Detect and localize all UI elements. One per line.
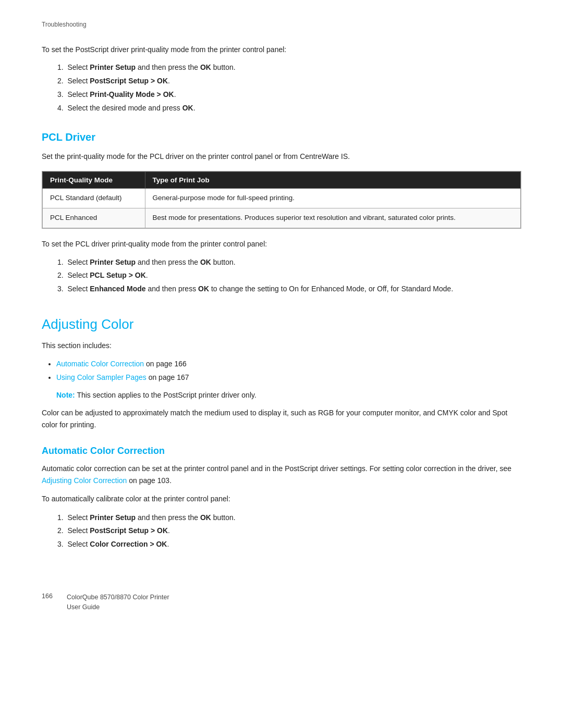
footer-product-line1: ColorQube 8570/8870 Color Printer: [67, 593, 169, 602]
footer-page-number: 166: [42, 593, 63, 600]
postscript-intro-steps: 1. Select Printer Setup and then press t…: [57, 61, 521, 114]
adjusting-color-correction-link[interactable]: Adjusting Color Correction: [42, 476, 127, 485]
intro-step-1: 1. Select Printer Setup and then press t…: [57, 61, 521, 74]
note-text: This section applies to the PostScript p…: [75, 391, 256, 399]
auto-color-step-3: 3. Select Color Correction > OK.: [57, 538, 521, 551]
auto-color-panel-intro: To automatically calibrate color at the …: [42, 493, 521, 505]
adjusting-color-heading: Adjusting Color: [42, 316, 521, 332]
breadcrumb: Troubleshooting: [42, 21, 521, 28]
bullet-color-sampler-text: on page 167: [146, 373, 189, 381]
intro-step-4: 4. Select the desired mode and press OK.: [57, 102, 521, 115]
footer-product-info: ColorQube 8570/8870 Color Printer User G…: [67, 593, 169, 612]
pcl-panel-intro: To set the PCL driver print-quality mode…: [42, 238, 521, 250]
adjusting-color-bullets: Automatic Color Correction on page 166 U…: [56, 358, 521, 384]
color-sampler-link[interactable]: Using Color Sampler Pages: [56, 373, 146, 381]
auto-color-body1-end: on page 103.: [127, 476, 172, 485]
postscript-intro-text: To set the PostScript driver print-quali…: [42, 44, 521, 55]
table-cell-pcl-enhanced: PCL Enhanced: [43, 208, 145, 228]
table-header-type-print-job: Type of Print Job: [145, 171, 520, 188]
table-row: PCL Standard (default) General-purpose m…: [43, 188, 521, 208]
auto-color-link[interactable]: Automatic Color Correction: [56, 360, 144, 368]
auto-color-steps: 1. Select Printer Setup and then press t…: [57, 512, 521, 551]
footer: 166 ColorQube 8570/8870 Color Printer Us…: [42, 582, 521, 612]
auto-color-body1: Automatic color correction can be set at…: [42, 463, 521, 487]
footer-product-line2: User Guide: [67, 602, 169, 612]
pcl-steps: 1. Select Printer Setup and then press t…: [57, 256, 521, 295]
pcl-driver-heading: PCL Driver: [42, 131, 521, 143]
intro-step-2: 2. Select PostScript Setup > OK.: [57, 75, 521, 88]
auto-color-body1-text: Automatic color correction can be set at…: [42, 464, 511, 473]
table-cell-pcl-standard-desc: General-purpose mode for full-speed prin…: [145, 188, 520, 208]
bullet-auto-color-text: on page 166: [144, 360, 187, 368]
auto-color-correction-heading: Automatic Color Correction: [42, 446, 521, 456]
pcl-step-1: 1. Select Printer Setup and then press t…: [57, 256, 521, 269]
bullet-auto-color: Automatic Color Correction on page 166: [56, 358, 521, 371]
auto-color-step-1: 1. Select Printer Setup and then press t…: [57, 512, 521, 524]
pcl-step-3: 3. Select Enhanced Mode and then press O…: [57, 283, 521, 295]
pcl-intro-text: Set the print-quality mode for the PCL d…: [42, 151, 521, 163]
bullet-color-sampler: Using Color Sampler Pages on page 167: [56, 372, 521, 384]
pcl-step-2: 2. Select PCL Setup > OK.: [57, 269, 521, 282]
adjusting-color-body: Color can be adjusted to approximately m…: [42, 407, 521, 431]
note-line: Note: This section applies to the PostSc…: [56, 389, 521, 401]
adjusting-color-intro: This section includes:: [42, 340, 521, 352]
table-cell-pcl-enhanced-desc: Best mode for presentations. Produces su…: [145, 208, 520, 228]
table-row: PCL Enhanced Best mode for presentations…: [43, 208, 521, 228]
note-label: Note:: [56, 391, 75, 399]
intro-step-3: 3. Select Print-Quality Mode > OK.: [57, 89, 521, 101]
pcl-table: Print-Quality Mode Type of Print Job PCL…: [42, 171, 521, 229]
table-cell-pcl-standard: PCL Standard (default): [43, 188, 145, 208]
table-header-print-quality: Print-Quality Mode: [43, 171, 145, 188]
auto-color-step-2: 2. Select PostScript Setup > OK.: [57, 525, 521, 537]
